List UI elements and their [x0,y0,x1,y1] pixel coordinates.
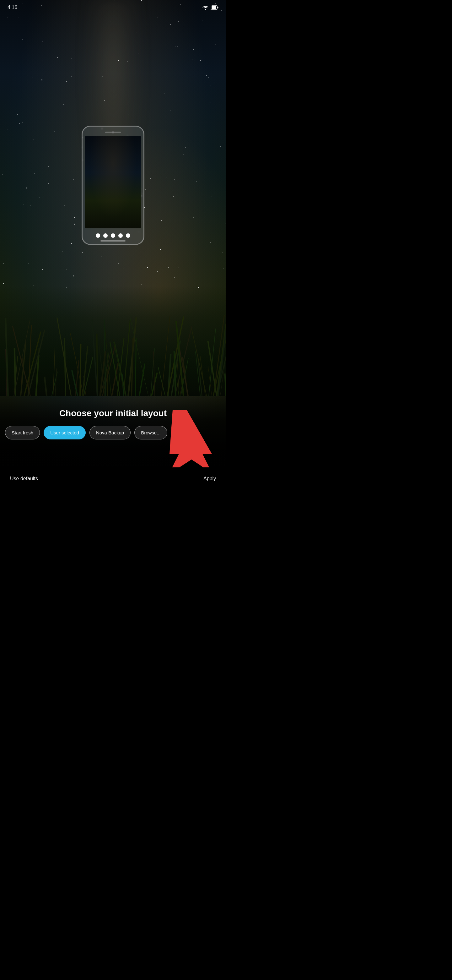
star [7,18,8,18]
star [161,220,162,221]
star [206,75,207,76]
star [164,94,165,94]
status-bar: 4:16 [0,0,226,15]
star [48,183,49,184]
star [220,146,221,147]
star [72,152,73,152]
phone-dot-4 [118,233,123,238]
star [22,40,23,41]
star [63,104,64,105]
star [54,131,55,132]
star [212,197,212,197]
star [59,68,59,68]
star [62,211,62,212]
grass-stalk [57,318,71,396]
star [64,205,65,206]
star [45,171,45,171]
layout-btn-start-fresh[interactable]: Start fresh [5,426,40,439]
star [23,204,24,205]
star [75,217,75,218]
star [41,80,42,80]
phone-dot-3 [111,233,115,238]
star [192,59,193,59]
star [57,57,58,58]
status-icons [202,5,219,10]
star [170,24,171,25]
star [12,201,13,201]
phone-dot-2 [103,233,108,238]
grass-stalk [135,338,136,396]
star [33,140,34,140]
star [151,210,151,210]
star [183,154,184,156]
star [22,160,23,160]
star [71,76,73,76]
grass-stalk [79,344,82,396]
star [198,164,199,164]
star [55,143,55,143]
star [64,175,64,175]
star [175,46,176,47]
phone-home-bar [100,240,125,242]
star [185,147,186,148]
star [211,160,211,161]
star [64,166,65,167]
star [189,132,189,132]
star [22,122,23,123]
star [66,81,67,82]
star [55,121,56,121]
ground [0,239,226,396]
star [157,17,158,18]
battery-icon [212,5,219,10]
star [193,217,194,218]
svg-rect-2 [212,6,216,9]
red-arrow [167,410,217,473]
star [71,82,72,82]
star [61,105,61,105]
use-defaults-button[interactable]: Use defaults [10,476,38,482]
star [197,181,197,181]
phone-dot-1 [96,233,100,238]
star [145,189,146,190]
layout-btn-nova-backup[interactable]: Nova Backup [89,426,130,439]
star [19,18,19,18]
star [163,167,164,167]
star [32,143,32,144]
star [58,152,59,152]
star [174,179,175,180]
apply-button[interactable]: Apply [203,476,216,482]
phone-speaker [105,132,121,133]
star [193,215,194,215]
star [26,188,27,189]
star [23,156,23,157]
star [200,60,201,61]
star [34,173,35,174]
star [219,123,219,123]
star [30,205,31,205]
star [202,20,203,21]
star [46,38,46,38]
star [33,77,33,78]
star [3,174,3,175]
star [26,187,27,188]
wifi-icon [202,5,209,10]
star [71,58,71,59]
star [73,179,73,180]
star [48,167,49,167]
star [178,51,178,51]
star [15,120,15,120]
bottom-actions-bar: Use defaults Apply [0,468,226,490]
star [211,102,211,102]
star [17,115,17,115]
star [192,69,192,70]
page-title: Choose your initial layout [59,408,167,418]
star [195,24,195,24]
star [22,215,22,215]
svg-rect-3 [217,7,219,8]
star [215,45,216,45]
layout-btn-browse[interactable]: Browse... [134,426,167,439]
layout-btn-user-selected[interactable]: User selected [44,426,86,439]
star [173,196,174,197]
star [11,82,12,82]
star [193,143,193,144]
